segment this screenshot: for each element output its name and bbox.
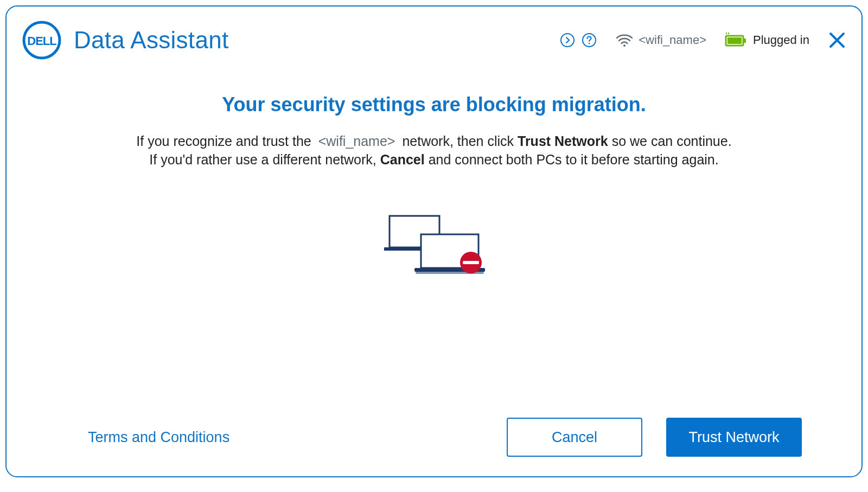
brand: DELL Data Assistant — [22, 20, 228, 60]
cancel-button[interactable]: Cancel — [507, 418, 642, 457]
svg-point-4 — [589, 43, 590, 44]
app-title: Data Assistant — [74, 27, 228, 54]
battery-label: Plugged in — [753, 33, 809, 47]
line1-after: so we can continue. — [612, 133, 732, 149]
terms-and-conditions-link[interactable]: Terms and Conditions — [88, 429, 229, 446]
svg-point-2 — [561, 34, 574, 47]
line1-wifi: <wifi_name> — [315, 133, 399, 149]
line1-bold: Trust Network — [518, 133, 608, 149]
line2-before: If you'd rather use a different network, — [149, 152, 380, 167]
header: DELL Data Assistant — [22, 18, 846, 62]
line2-bold: Cancel — [380, 152, 425, 167]
laptops-blocked-icon — [380, 213, 488, 283]
footer-actions: Cancel Trust Network — [507, 418, 802, 457]
wifi-icon — [616, 33, 633, 48]
svg-rect-8 — [744, 39, 746, 43]
wifi-status: <wifi_name> — [616, 33, 706, 48]
wifi-name-label: <wifi_name> — [639, 33, 706, 47]
app-window: DELL Data Assistant — [5, 5, 863, 477]
main-content: Your security settings are blocking migr… — [7, 93, 861, 411]
svg-point-5 — [623, 44, 626, 47]
line1-before: If you recognize and trust the — [136, 133, 315, 149]
line1-mid: network, then click — [402, 133, 518, 149]
battery-status: Plugged in — [725, 33, 809, 48]
dell-logo-icon: DELL — [22, 20, 62, 60]
svg-text:DELL: DELL — [27, 34, 56, 48]
svg-rect-17 — [463, 261, 479, 264]
hero-illustration — [39, 213, 829, 283]
svg-rect-7 — [727, 37, 742, 44]
header-status: <wifi_name> Plugged in — [559, 31, 846, 49]
instruction-text: If you recognize and trust the <wifi_nam… — [108, 132, 760, 169]
help-icon[interactable] — [581, 32, 597, 48]
next-circle-icon[interactable] — [559, 32, 576, 48]
battery-plugged-icon — [725, 33, 748, 48]
header-icon-pair — [559, 32, 597, 48]
close-icon[interactable] — [828, 31, 846, 49]
footer: Terms and Conditions Cancel Trust Networ… — [7, 418, 861, 457]
page-headline: Your security settings are blocking migr… — [39, 93, 829, 116]
line2-after: and connect both PCs to it before starti… — [429, 152, 719, 167]
trust-network-button[interactable]: Trust Network — [666, 418, 802, 457]
